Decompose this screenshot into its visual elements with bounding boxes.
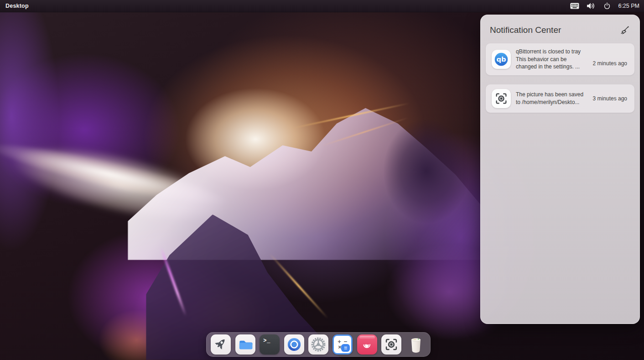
keyboard-icon[interactable] [570, 3, 579, 9]
screenshot-icon [382, 335, 400, 354]
dock-item-settings[interactable] [308, 334, 328, 355]
notification-timestamp: 2 minutes ago [593, 60, 627, 67]
notification-center-panel: Notification Center [480, 15, 640, 324]
dock-item-screenshot[interactable] [381, 334, 401, 355]
notification-screenshot[interactable]: The picture has been saved to /home/meri… [486, 84, 634, 113]
volume-icon[interactable] [586, 2, 596, 10]
top-menubar: Desktop [0, 0, 644, 12]
dock: >_ [206, 332, 431, 357]
power-icon[interactable] [603, 2, 611, 10]
dock-item-files[interactable] [235, 334, 255, 355]
gear-wheel-icon [309, 335, 327, 354]
notification-qbittorrent[interactable]: qb qBittorrent is closed to tray This be… [486, 43, 634, 75]
wallpaper-magenta-rim [160, 247, 187, 316]
trash-icon [406, 335, 426, 354]
active-app-label[interactable]: Desktop [5, 3, 29, 9]
notification-title: qBittorrent is closed to tray [516, 48, 588, 56]
wallpaper-light-ribbon-core [0, 133, 233, 215]
clear-all-button[interactable] [618, 24, 630, 36]
notification-text: qBittorrent is closed to tray This behav… [516, 48, 588, 71]
debian-swirl-icon [359, 337, 375, 352]
terminal-icon: >_ [263, 338, 270, 344]
dock-item-trash[interactable] [406, 334, 426, 355]
wallpaper-gold-streak [293, 103, 410, 129]
wallpaper-gold-streak [322, 117, 409, 146]
chromium-icon [285, 335, 303, 354]
panel-title: Notification Center [490, 25, 561, 35]
wallpaper-dark-facet [383, 119, 470, 224]
dock-item-browser[interactable] [284, 334, 304, 355]
screenshot-icon [492, 89, 511, 108]
system-tray: 6:25 PM [570, 2, 644, 10]
wallpaper-light-ribbon [0, 113, 270, 255]
qbittorrent-icon: qb [492, 50, 511, 69]
dock-item-calculator[interactable]: + − × = [332, 334, 353, 355]
wallpaper-crystal-shape [128, 105, 488, 260]
dock-item-launcher[interactable] [211, 334, 231, 355]
notification-timestamp: 3 minutes ago [593, 95, 627, 102]
folder-icon [236, 335, 254, 354]
clock[interactable]: 6:25 PM [618, 3, 639, 9]
notification-body: This behavior can be changed in the sett… [516, 56, 588, 71]
rocket-icon [212, 335, 230, 354]
notification-list: qb qBittorrent is closed to tray This be… [481, 42, 639, 114]
dock-item-terminal[interactable]: >_ [260, 334, 280, 355]
dock-item-debian[interactable] [357, 334, 377, 355]
notification-title: The picture has been saved to /home/meri… [516, 91, 588, 106]
svg-text:qb: qb [496, 55, 506, 63]
notification-text: The picture has been saved to /home/meri… [516, 91, 588, 106]
desktop-screen: Desktop [0, 0, 644, 360]
wallpaper-gold-rim [269, 253, 328, 319]
notification-center-header: Notification Center [481, 15, 639, 42]
calculator-icon: + − × = [334, 336, 351, 353]
broom-icon [619, 25, 629, 35]
